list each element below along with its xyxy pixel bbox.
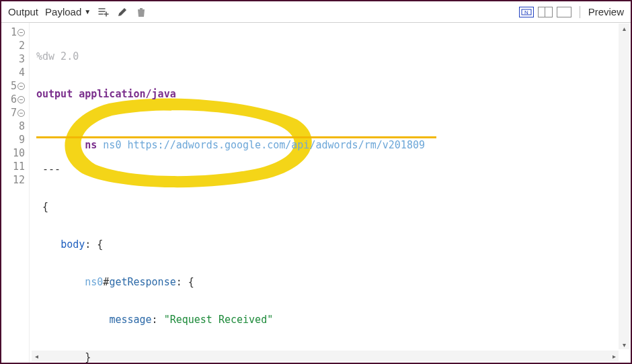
code-text: --- [36, 163, 61, 175]
code-text: body [61, 238, 85, 251]
line-number: 10 [13, 146, 25, 160]
payload-label: Payload [45, 6, 81, 17]
code-text: application/java [73, 88, 176, 100]
fold-icon[interactable]: − [17, 29, 25, 36]
code-text: { [36, 201, 48, 213]
edit-icon[interactable] [116, 6, 128, 18]
view-split-button[interactable] [538, 7, 553, 17]
fold-icon[interactable]: − [17, 83, 25, 90]
code-text: : { [85, 238, 103, 251]
code-text: %dw 2.0 [36, 50, 79, 62]
line-number: 8 [19, 120, 25, 133]
code-text [36, 351, 85, 363]
chevron-down-icon: ▼ [84, 8, 91, 15]
code-text: : { [176, 276, 194, 288]
code-text: "Request Received" [164, 314, 274, 326]
line-number: 11 [13, 160, 25, 173]
toolbar-right: N Preview [519, 6, 624, 18]
fold-icon[interactable]: − [17, 96, 25, 103]
code-text: : [152, 314, 164, 326]
line-number: 6 [11, 93, 17, 106]
toolbar-left: Output Payload ▼ [8, 6, 147, 18]
code-text [36, 276, 85, 288]
separator [580, 6, 580, 18]
payload-dropdown[interactable]: Payload ▼ [45, 6, 91, 17]
code-text: getResponse [109, 276, 175, 288]
line-number: 2 [19, 39, 25, 52]
svg-text:N: N [524, 9, 528, 15]
code-text: ns [85, 139, 97, 151]
code-editor[interactable]: 1− 2 3 4 5− 6− 7− 8 9 10 11 12 %dw 2.0 o… [1, 23, 631, 363]
toolbar: Output Payload ▼ N [1, 1, 631, 23]
line-number: 12 [13, 173, 25, 187]
app-frame: Output Payload ▼ N [0, 0, 632, 364]
underline-annotation [36, 136, 436, 138]
output-label: Output [8, 6, 38, 17]
preview-label[interactable]: Preview [588, 6, 624, 17]
add-list-icon[interactable] [97, 6, 110, 18]
code-text: message [109, 314, 151, 326]
line-number: 3 [19, 52, 25, 66]
line-number: 7 [11, 106, 17, 120]
view-full-button[interactable] [557, 7, 571, 17]
line-gutter: 1− 2 3 4 5− 6− 7− 8 9 10 11 12 [1, 23, 30, 363]
line-number: 1 [11, 26, 17, 39]
line-number: 9 [19, 133, 25, 146]
line-number: 5 [11, 79, 17, 93]
code-text [36, 314, 109, 326]
line-number: 4 [19, 66, 25, 79]
code-text: ns0 [85, 276, 103, 288]
delete-icon[interactable] [135, 6, 147, 18]
fold-icon[interactable]: − [17, 109, 25, 117]
code-text [36, 238, 61, 251]
view-single-button[interactable]: N [519, 7, 534, 17]
code-content[interactable]: %dw 2.0 output application/java ns ns0 h… [30, 23, 631, 363]
code-text: ns0 https://adwords.google.com/api/adwor… [97, 139, 425, 151]
code-text: } [85, 351, 91, 363]
code-text: output [36, 88, 73, 100]
